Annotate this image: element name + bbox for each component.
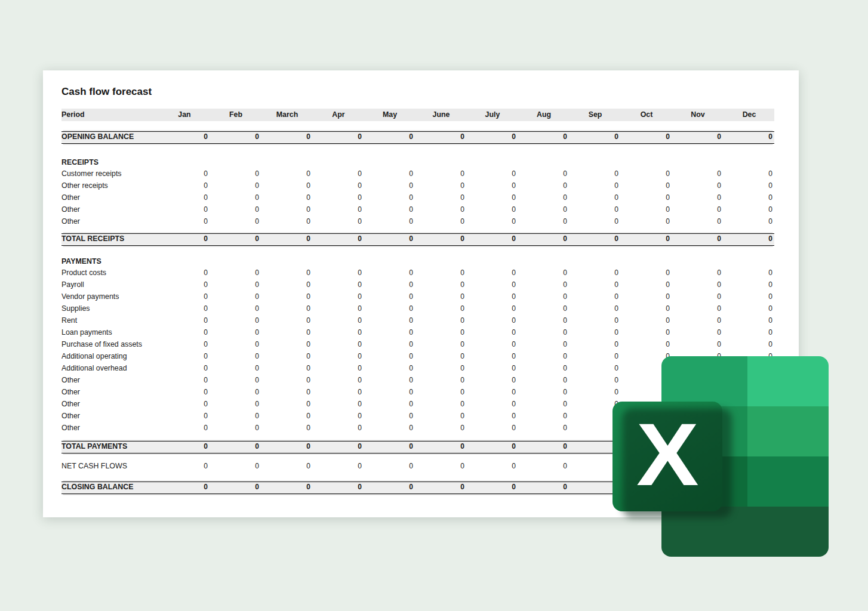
value-cell: 0 [724, 234, 775, 245]
row-label: Other [61, 398, 159, 410]
value-cell: 0 [261, 442, 313, 453]
value-cell: 0 [313, 442, 364, 453]
value-cell: 0 [724, 326, 775, 338]
value-cell: 0 [210, 303, 261, 314]
value-cell: 0 [313, 180, 364, 192]
value-cell: 0 [570, 338, 621, 350]
logo-sheet-band-half [661, 356, 747, 406]
value-cell: 0 [210, 192, 261, 203]
month-column-header: Feb [210, 109, 261, 121]
value-cell: 0 [415, 234, 467, 245]
value-cell: 0 [518, 203, 570, 215]
month-column-header: Aug [518, 109, 570, 121]
excel-logo-tile-icon: X [612, 402, 722, 511]
value-cell: 0 [313, 374, 364, 386]
value-cell: 0 [261, 410, 313, 422]
value-cell: 0 [261, 234, 313, 245]
value-cell: 0 [159, 234, 210, 245]
value-cell: 0 [621, 314, 672, 326]
value-cell: 0 [518, 374, 570, 386]
row-label: TOTAL RECEIPTS [61, 234, 159, 245]
value-cell: 0 [313, 203, 364, 215]
value-cell: 0 [415, 291, 467, 303]
table-row: TOTAL RECEIPTS000000000000 [61, 233, 774, 246]
value-cell: 0 [313, 279, 364, 291]
value-cell: 0 [672, 291, 724, 303]
value-cell: 0 [261, 362, 313, 374]
value-cell: 0 [210, 215, 261, 227]
value-cell: 0 [518, 291, 570, 303]
value-cell: 0 [724, 203, 775, 215]
value-cell: 0 [364, 460, 415, 472]
value-cell: 0 [415, 362, 467, 374]
month-column-header: June [415, 109, 467, 121]
value-cell: 0 [261, 374, 313, 386]
value-cell: 0 [364, 442, 415, 453]
value-cell: 0 [313, 267, 364, 279]
table-row: Purchase of fixed assets000000000000 [61, 338, 774, 350]
value-cell: 0 [415, 442, 467, 453]
value-cell: 0 [210, 132, 261, 143]
value-cell: 0 [364, 303, 415, 314]
value-cell: 0 [313, 234, 364, 245]
table-row: Other000000000000 [61, 215, 774, 227]
value-cell: 0 [210, 338, 261, 350]
row-label: Product costs [61, 267, 159, 279]
value-cell: 0 [415, 132, 467, 143]
value-cell: 0 [313, 326, 364, 338]
value-cell: 0 [261, 350, 313, 362]
month-column-header: Nov [672, 109, 724, 121]
value-cell: 0 [518, 326, 570, 338]
row-label: Additional overhead [61, 362, 159, 374]
value-cell: 0 [415, 338, 467, 350]
value-cell: 0 [159, 482, 210, 493]
value-cell: 0 [364, 314, 415, 326]
value-cell: 0 [261, 303, 313, 314]
value-cell: 0 [621, 303, 672, 314]
value-cell: 0 [672, 192, 724, 203]
value-cell: 0 [621, 234, 672, 245]
table-row: RECEIPTS [61, 157, 774, 168]
value-cell: 0 [724, 314, 775, 326]
value-cell: 0 [570, 180, 621, 192]
value-cell: 0 [621, 338, 672, 350]
value-cell: 0 [364, 386, 415, 398]
value-cell: 0 [159, 279, 210, 291]
value-cell: 0 [261, 267, 313, 279]
value-cell: 0 [364, 234, 415, 245]
value-cell: 0 [570, 192, 621, 203]
value-cell: 0 [313, 362, 364, 374]
value-cell: 0 [313, 291, 364, 303]
value-cell: 0 [467, 203, 518, 215]
logo-sheet-band-half [747, 356, 829, 406]
value-cell: 0 [159, 192, 210, 203]
value-cell: 0 [415, 410, 467, 422]
value-cell: 0 [672, 314, 724, 326]
value-cell: 0 [415, 267, 467, 279]
value-cell: 0 [159, 314, 210, 326]
value-cell: 0 [724, 303, 775, 314]
value-cell: 0 [467, 422, 518, 434]
value-cell: 0 [621, 215, 672, 227]
value-cell: 0 [210, 460, 261, 472]
value-cell: 0 [570, 362, 621, 374]
value-cell: 0 [467, 350, 518, 362]
row-label: RECEIPTS [61, 157, 159, 168]
value-cell: 0 [467, 234, 518, 245]
value-cell: 0 [570, 267, 621, 279]
value-cell: 0 [210, 279, 261, 291]
value-cell: 0 [415, 482, 467, 493]
value-cell: 0 [210, 386, 261, 398]
row-label: Other receipts [61, 180, 159, 192]
value-cell: 0 [518, 303, 570, 314]
value-cell: 0 [621, 203, 672, 215]
value-cell: 0 [415, 398, 467, 410]
value-cell: 0 [159, 180, 210, 192]
row-label: Other [61, 410, 159, 422]
value-cell: 0 [313, 422, 364, 434]
value-cell: 0 [518, 215, 570, 227]
value-cell: 0 [313, 460, 364, 472]
value-cell: 0 [210, 314, 261, 326]
value-cell: 0 [415, 386, 467, 398]
value-cell: 0 [570, 215, 621, 227]
